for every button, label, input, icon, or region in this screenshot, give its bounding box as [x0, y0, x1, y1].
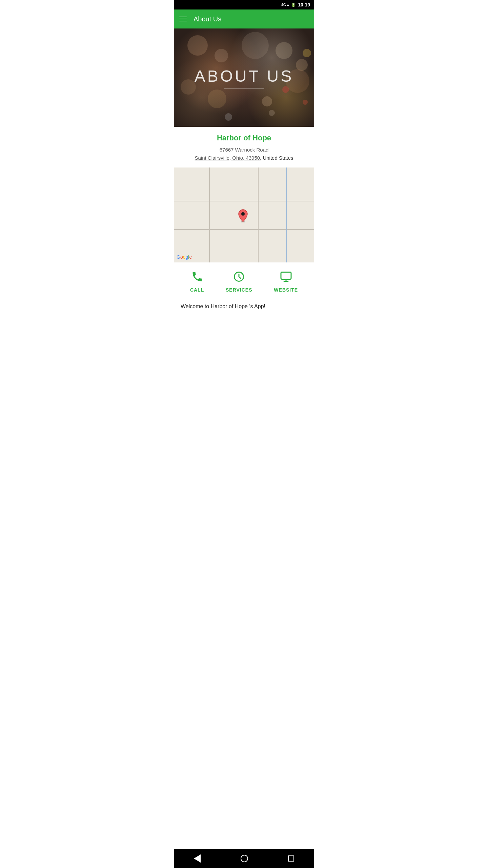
status-icons: 4G▲ 🔋	[281, 3, 296, 7]
bokeh-7	[208, 90, 226, 108]
welcome-message: Welcome to Harbor of Hope 's App!	[181, 303, 307, 310]
map-road-vertical-1	[209, 167, 210, 262]
services-button[interactable]: SERVICES	[226, 271, 252, 293]
address-line1[interactable]: 67667 Warnock Road	[220, 147, 269, 153]
status-bar: 4G▲ 🔋 10:19	[174, 0, 314, 9]
hero-banner: ABOUT US	[174, 28, 314, 127]
hero-title: ABOUT US	[195, 67, 294, 85]
clock-display: 10:19	[298, 2, 310, 7]
address-block: 67667 Warnock Road Saint Clairsville, Oh…	[179, 146, 309, 162]
bokeh-6	[181, 79, 196, 95]
bokeh-2	[215, 49, 228, 62]
battery-indicator: 🔋	[291, 3, 296, 7]
website-label: WEBSITE	[274, 287, 298, 293]
hamburger-menu-button[interactable]	[179, 17, 187, 21]
map-road-vertical-2	[258, 167, 259, 262]
monitor-icon	[280, 271, 292, 284]
address-country: , United States	[260, 155, 293, 161]
welcome-section: Welcome to Harbor of Hope 's App!	[174, 299, 314, 318]
page-title: About Us	[194, 15, 221, 23]
svg-point-1	[241, 212, 245, 216]
bokeh-3	[242, 32, 269, 59]
map-highway-road	[286, 167, 287, 262]
hero-underline	[224, 88, 264, 88]
signal-indicator: 4G▲	[281, 3, 290, 7]
menu-line-2	[179, 19, 187, 19]
bokeh-14	[269, 110, 275, 116]
org-name: Harbor of Hope	[179, 134, 309, 142]
bokeh-4	[276, 42, 292, 59]
bokeh-13	[225, 113, 232, 121]
action-buttons-row: CALL SERVICES WEBSITE	[174, 262, 314, 299]
call-button[interactable]: CALL	[190, 271, 204, 293]
bokeh-8	[262, 96, 272, 106]
map-background: Google	[174, 167, 314, 262]
map-section[interactable]: Google	[174, 167, 314, 262]
bokeh-1	[187, 35, 208, 56]
bokeh-10	[303, 49, 311, 57]
services-label: SERVICES	[226, 287, 252, 293]
map-road-horizontal-2	[174, 229, 314, 230]
app-bar: About Us	[174, 9, 314, 28]
call-label: CALL	[190, 287, 204, 293]
map-pin-icon	[238, 209, 248, 222]
website-button[interactable]: WEBSITE	[274, 271, 298, 293]
phone-icon	[191, 271, 203, 284]
bottom-spacer	[174, 318, 314, 337]
svg-rect-3	[281, 272, 291, 279]
google-logo: Google	[177, 254, 192, 260]
menu-line-1	[179, 17, 187, 17]
map-pin	[238, 209, 250, 221]
info-section: Harbor of Hope 67667 Warnock Road Saint …	[174, 127, 314, 167]
address-line2[interactable]: Saint Clairsville, Ohio, 43950	[195, 155, 260, 161]
menu-line-3	[179, 21, 187, 21]
clock-icon	[233, 271, 245, 284]
map-road-horizontal-1	[174, 201, 314, 201]
bokeh-12	[303, 100, 308, 105]
hero-text-block: ABOUT US	[195, 67, 294, 88]
